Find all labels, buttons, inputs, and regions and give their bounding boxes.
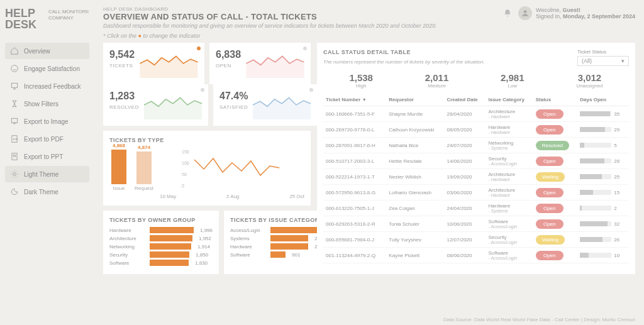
user-block[interactable]: Wecolme, Guest! Signed In, Monday, 2 Sep… bbox=[518, 6, 635, 20]
nav-item-show-filters[interactable]: Show Filters bbox=[5, 96, 89, 112]
nav-icon bbox=[10, 152, 19, 161]
hbar-row[interactable]: Software1,830 bbox=[109, 260, 213, 266]
status-badge: Open bbox=[536, 157, 564, 166]
nav-item-increased-feedback[interactable]: Increased Feedback bbox=[5, 78, 89, 94]
ticket-status-filter[interactable]: Ticket Status (All)▾ bbox=[577, 49, 629, 66]
sparkline bbox=[144, 91, 202, 119]
hbar-row[interactable]: Networking1,914 bbox=[109, 243, 213, 250]
nav: OverviewEngage SatisfactionIncreased Fee… bbox=[5, 43, 89, 200]
nav-icon bbox=[10, 47, 19, 55]
svg-text:150: 150 bbox=[182, 150, 189, 154]
status-badge: Open bbox=[536, 251, 564, 260]
nav-item-export-to-pdf[interactable]: PDFExport to PDF bbox=[5, 131, 89, 147]
nav-icon bbox=[10, 117, 19, 126]
status-badge: Open bbox=[536, 204, 564, 213]
tickets-by-type-linechart: 150 100 50 0 10 May 2 Aug 25 Oct bbox=[160, 147, 304, 199]
svg-text:0: 0 bbox=[182, 184, 184, 188]
hbar-row[interactable]: Architecture1,952 bbox=[109, 235, 213, 241]
col-header[interactable]: Requestor bbox=[386, 94, 444, 106]
table-row[interactable]: 000-510717-2003-3-LHettie Resdale14/06/2… bbox=[323, 153, 629, 169]
sidebar: HELP DESK CALL MONITORII COMPANY Overvie… bbox=[0, 0, 94, 325]
kpi-card[interactable]: 9,542TICKETS bbox=[103, 43, 204, 84]
severity-stat[interactable]: 3,012Unassigned bbox=[576, 72, 602, 89]
table-row[interactable]: 000-160666-7351-5-FShayne Murdle28/04/20… bbox=[323, 106, 629, 122]
sparkline bbox=[253, 91, 311, 119]
type-bar[interactable]: 4,674Request bbox=[135, 145, 153, 191]
status-badge: Waiting bbox=[536, 172, 565, 182]
nav-icon bbox=[10, 170, 19, 179]
svg-rect-2 bbox=[11, 118, 17, 123]
status-badge: Open bbox=[536, 109, 564, 119]
svg-point-0 bbox=[11, 65, 18, 72]
svg-text:PDF: PDF bbox=[13, 138, 19, 141]
detail-panel: CALL STATUS DETAIL TABLE The numbers rep… bbox=[317, 43, 635, 274]
nav-icon bbox=[10, 99, 19, 108]
severity-stat[interactable]: 2,011Medium bbox=[425, 72, 449, 89]
status-badge: Open bbox=[536, 219, 564, 229]
indicator-dot-icon[interactable] bbox=[197, 47, 201, 50]
table-row[interactable]: 001-113244-4979-2-QKayne Pickett08/06/20… bbox=[323, 248, 629, 263]
severity-stat[interactable]: 1,538High bbox=[349, 72, 373, 89]
table-row[interactable]: 000-269720-9778-0-LCalhoun Krzyzowski08/… bbox=[323, 122, 629, 138]
col-header[interactable]: Ticket Number ▼ bbox=[323, 94, 386, 106]
indicator-hint: * Click on the ● to change the indicator bbox=[103, 33, 635, 39]
indicator-dot-icon[interactable] bbox=[309, 88, 313, 92]
col-header[interactable]: Issue Category bbox=[486, 94, 533, 106]
nav-item-export-to-ppt[interactable]: Export to PPT bbox=[5, 148, 89, 165]
severity-stat[interactable]: 2,981Low bbox=[501, 72, 525, 89]
table-row[interactable]: 000-655681-7984-0-JTully Yuryshev12/07/2… bbox=[323, 232, 629, 248]
header: HELP DESK DASHBOARD OVERVIEW AND STATUS … bbox=[103, 6, 635, 29]
main: HELP DESK DASHBOARD OVERVIEW AND STATUS … bbox=[94, 0, 644, 325]
nav-item-export-to-image[interactable]: Export to Image bbox=[5, 113, 89, 129]
detail-table: Ticket Number ▼RequestorCreated DateIssu… bbox=[323, 94, 629, 263]
owner-group-panel: TICKETS BY OWNER GROUP Hardware1,996Arch… bbox=[103, 211, 219, 274]
tickets-by-type-panel: TICKETS BY TYPE 4,868Issue4,674Request 1… bbox=[103, 131, 311, 206]
nav-item-dark-theme[interactable]: Dark Theme bbox=[5, 184, 89, 200]
nav-item-engage-satisfaction[interactable]: Engage Satisfaction bbox=[5, 60, 89, 77]
nav-icon bbox=[10, 82, 19, 91]
svg-point-7 bbox=[524, 10, 527, 13]
status-badge: Open bbox=[536, 125, 564, 135]
indicator-dot-icon[interactable] bbox=[201, 88, 204, 92]
svg-point-6 bbox=[13, 173, 16, 176]
indicator-dot-icon[interactable] bbox=[303, 47, 307, 50]
status-badge: Open bbox=[536, 188, 564, 197]
kpi-card[interactable]: 6,838OPEN bbox=[209, 43, 311, 84]
type-bar[interactable]: 4,868Issue bbox=[109, 143, 128, 191]
breadcrumb: HELP DESK DASHBOARD bbox=[103, 6, 503, 12]
logo-sub: CALL MONITORII COMPANY bbox=[48, 8, 89, 30]
col-header[interactable]: Days Open bbox=[577, 94, 629, 106]
sort-icon: ▼ bbox=[362, 97, 367, 102]
hbar-row[interactable]: Hardware1,996 bbox=[109, 227, 213, 233]
col-header[interactable]: Status bbox=[533, 94, 578, 106]
table-row[interactable]: 000-287091-9817-6-HNathalia Bice24/07/20… bbox=[323, 138, 629, 153]
col-header[interactable]: Created Date bbox=[444, 94, 486, 106]
kpi-card[interactable]: 1,283RESOLVED bbox=[103, 84, 208, 126]
table-row[interactable]: 000-522214-1973-1-TNester Wildish19/09/2… bbox=[323, 169, 629, 185]
nav-icon bbox=[10, 187, 19, 196]
avatar-icon bbox=[518, 6, 532, 20]
nav-item-light-theme[interactable]: Light Theme bbox=[5, 166, 89, 182]
footer: Data Source: Data World Real World Fake … bbox=[443, 317, 635, 322]
logo: HELP DESK CALL MONITORII COMPANY bbox=[5, 8, 89, 30]
svg-rect-1 bbox=[11, 83, 17, 87]
chevron-down-icon: ▾ bbox=[621, 58, 625, 64]
svg-text:50: 50 bbox=[182, 172, 187, 177]
kpi-grid: 9,542TICKETS6,838OPEN1,283RESOLVED47.4%S… bbox=[103, 43, 311, 126]
sparkline bbox=[140, 49, 198, 78]
kpi-card[interactable]: 47.4%SATISFIED bbox=[213, 84, 317, 126]
table-row[interactable]: 000-629263-5318-2-RTonia Schuler10/06/20… bbox=[323, 216, 629, 232]
table-row[interactable]: 000-613220-7505-1-JZea Colgan24/04/2020H… bbox=[323, 201, 629, 216]
table-row[interactable]: 000-572950-9613-8-GLothario Glencrash03/… bbox=[323, 185, 629, 201]
page-subtitle: Dashboard responsible for monitoring and… bbox=[103, 23, 503, 29]
logo-main: HELP DESK bbox=[5, 8, 45, 30]
nav-icon bbox=[10, 64, 19, 73]
status-badge: Waiting bbox=[536, 235, 565, 245]
nav-icon: PDF bbox=[10, 135, 19, 143]
svg-text:100: 100 bbox=[182, 161, 189, 165]
nav-item-overview[interactable]: Overview bbox=[5, 43, 89, 59]
page-title: OVERVIEW AND STATUS OF CALL - TOTAL TICK… bbox=[103, 12, 503, 21]
hbar-row[interactable]: Security1,850 bbox=[109, 251, 213, 258]
status-badge: Resolved bbox=[536, 141, 569, 150]
notification-icon[interactable] bbox=[503, 9, 512, 18]
